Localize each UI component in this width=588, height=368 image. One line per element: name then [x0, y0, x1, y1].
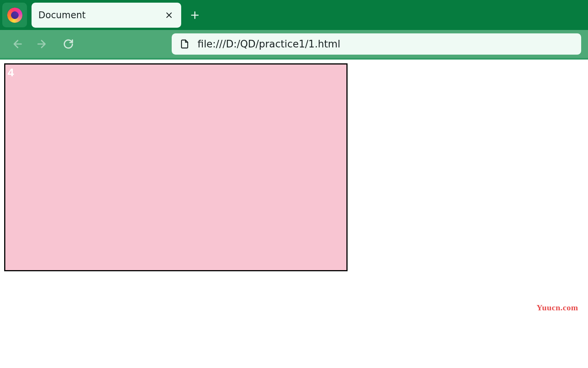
tab-strip: Document: [0, 0, 588, 30]
back-button[interactable]: [7, 34, 27, 54]
app-menu-button[interactable]: [2, 3, 27, 27]
watermark: Yuucn.com: [537, 303, 578, 313]
content-box: 4: [4, 63, 348, 271]
close-icon[interactable]: [164, 10, 174, 20]
url-text: file:///D:/QD/practice1/1.html: [198, 38, 340, 50]
firefox-icon: [7, 8, 22, 23]
reload-button[interactable]: [58, 34, 78, 54]
tab-title: Document: [38, 10, 164, 20]
forward-button[interactable]: [33, 34, 52, 54]
box-label: 4: [8, 67, 344, 78]
browser-tab[interactable]: Document: [32, 3, 181, 28]
page-viewport: 4: [0, 60, 588, 271]
file-icon: [179, 39, 190, 49]
address-bar[interactable]: file:///D:/QD/practice1/1.html: [172, 33, 581, 55]
new-tab-button[interactable]: [185, 5, 205, 25]
navigation-toolbar: file:///D:/QD/practice1/1.html: [0, 30, 588, 60]
